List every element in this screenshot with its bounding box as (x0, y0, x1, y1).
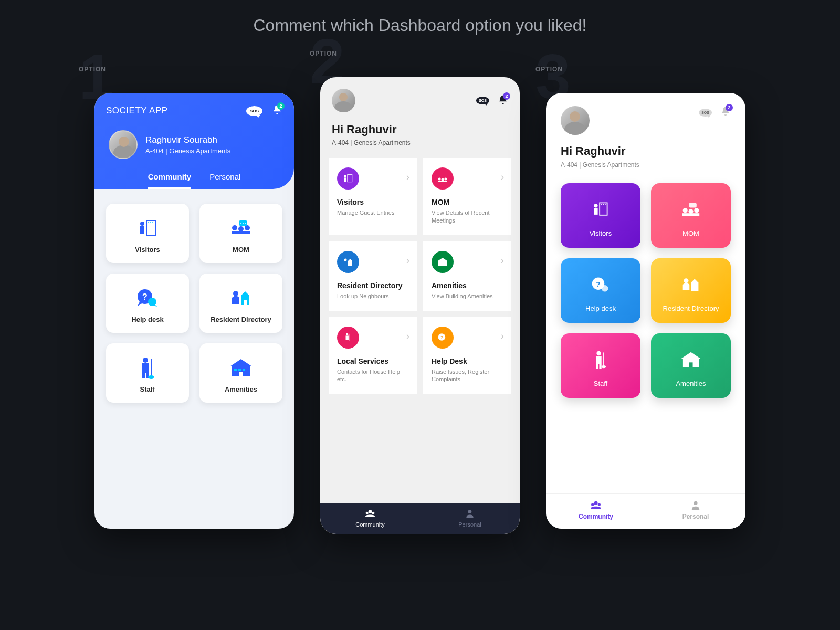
chevron-right-icon: › (501, 255, 504, 266)
svg-rect-21 (142, 373, 145, 378)
mom-icon (205, 215, 277, 240)
chevron-right-icon: › (406, 255, 410, 266)
option-label-3: OPTION (536, 66, 563, 73)
nav-personal[interactable]: Personal (646, 500, 746, 520)
svg-rect-30 (348, 174, 352, 182)
card-visitors[interactable]: Visitors (106, 204, 189, 263)
directory-icon (205, 285, 277, 310)
person-icon (690, 500, 701, 510)
svg-point-74 (694, 501, 697, 505)
svg-text:?: ? (596, 280, 600, 288)
svg-point-13 (245, 223, 246, 224)
svg-rect-64 (596, 356, 602, 364)
card-mom[interactable]: › MOM View Details of Recent Meetings (423, 158, 511, 235)
tab-personal[interactable]: Personal (209, 172, 240, 189)
card-directory[interactable]: › Resident Directory Look up Neighbours (329, 242, 417, 311)
greeting: Hi Raghuvir (332, 123, 508, 136)
card-title: Amenities (432, 281, 503, 290)
card-title: Resident Directory (337, 281, 408, 290)
svg-point-7 (238, 226, 244, 232)
chevron-right-icon: › (406, 331, 410, 342)
svg-point-34 (442, 178, 444, 181)
app-title: SOCIETY APP (106, 106, 168, 116)
svg-text:?: ? (142, 292, 148, 301)
page-title: Comment which Dashboard option you liked… (0, 16, 840, 35)
card-staff[interactable]: Staff (106, 343, 189, 403)
svg-rect-2 (140, 226, 144, 234)
svg-rect-58 (689, 203, 696, 207)
card-mom[interactable]: MOM (651, 183, 731, 248)
card-amenities[interactable]: Amenities (200, 343, 282, 403)
community-icon (365, 509, 375, 518)
card-subtitle: Raise Issues, Register Complaints (432, 368, 503, 384)
svg-rect-26 (234, 369, 237, 371)
card-label: Staff (111, 385, 184, 393)
user-avatar[interactable] (332, 89, 355, 112)
svg-point-1 (140, 222, 144, 226)
card-label: Help desk (566, 304, 635, 312)
card-amenities[interactable]: Amenities (651, 333, 731, 398)
card-directory[interactable]: Resident Directory (651, 258, 731, 323)
card-title: MOM (432, 198, 503, 206)
svg-text:?: ? (440, 335, 443, 340)
chevron-right-icon: › (501, 331, 504, 342)
card-visitors[interactable]: › Visitors Manage Guest Entries (329, 158, 417, 235)
card-label: Amenities (205, 385, 277, 393)
card-helpdesk[interactable]: ? › Help Desk Raise Issues, Register Com… (423, 317, 511, 394)
card-mom[interactable]: MOM (200, 204, 282, 263)
sos-icon[interactable]: SOS (246, 106, 262, 116)
svg-point-55 (689, 209, 694, 214)
svg-rect-65 (596, 364, 598, 369)
card-staff[interactable]: Staff (561, 333, 640, 398)
notification-bell-icon[interactable]: 2 (498, 94, 508, 107)
card-subtitle: View Building Amenities (432, 292, 503, 300)
svg-point-24 (148, 375, 154, 379)
card-helpdesk[interactable]: ? Help desk (106, 274, 189, 333)
svg-point-71 (594, 501, 597, 505)
card-amenities[interactable]: › Amenities View Building Amenities (423, 242, 511, 311)
svg-point-52 (603, 204, 604, 205)
svg-point-39 (346, 333, 349, 335)
amenities-icon (432, 251, 454, 273)
user-name: Raghuvir Sourabh (145, 135, 230, 145)
card-subtitle: Look up Neighbours (337, 292, 408, 300)
svg-rect-40 (346, 335, 349, 340)
user-avatar[interactable] (109, 130, 138, 159)
nav-community[interactable]: Community (320, 509, 420, 528)
helpdesk-icon: ? (111, 285, 184, 310)
svg-point-61 (602, 285, 608, 292)
notification-bell-icon[interactable]: 2 (720, 106, 731, 119)
svg-point-31 (344, 175, 346, 177)
nav-personal[interactable]: Personal (420, 509, 520, 528)
svg-rect-18 (244, 300, 247, 305)
card-visitors[interactable]: Visitors (561, 183, 640, 248)
svg-point-6 (232, 225, 237, 230)
card-helpdesk[interactable]: ? Help desk (561, 258, 640, 323)
svg-point-63 (596, 351, 601, 356)
svg-point-19 (143, 358, 148, 363)
card-label: MOM (205, 246, 277, 254)
svg-rect-32 (344, 177, 346, 182)
svg-rect-41 (350, 333, 350, 341)
svg-rect-9 (232, 231, 250, 234)
visitors-icon (566, 198, 635, 221)
card-label: Visitors (566, 229, 635, 237)
directory-icon (337, 251, 359, 273)
greeting: Hi Raghuvir (561, 144, 731, 158)
option-label-2: OPTION (310, 50, 337, 57)
user-avatar[interactable] (561, 106, 590, 135)
nav-community[interactable]: Community (546, 500, 646, 520)
sos-icon[interactable]: SOS (699, 109, 712, 117)
tab-community[interactable]: Community (148, 172, 192, 189)
svg-point-51 (601, 204, 602, 205)
sos-icon[interactable]: SOS (476, 97, 489, 104)
card-directory[interactable]: Resident Directory (200, 274, 282, 333)
staff-icon (111, 355, 184, 380)
card-subtitle: Manage Guest Entries (337, 209, 408, 217)
card-services[interactable]: › Local Services Contacts for House Help… (329, 317, 417, 394)
svg-rect-28 (243, 369, 245, 371)
notification-bell-icon[interactable]: 2 (272, 104, 282, 117)
card-title: Local Services (337, 357, 408, 365)
svg-point-53 (605, 204, 606, 205)
svg-rect-29 (239, 372, 243, 376)
